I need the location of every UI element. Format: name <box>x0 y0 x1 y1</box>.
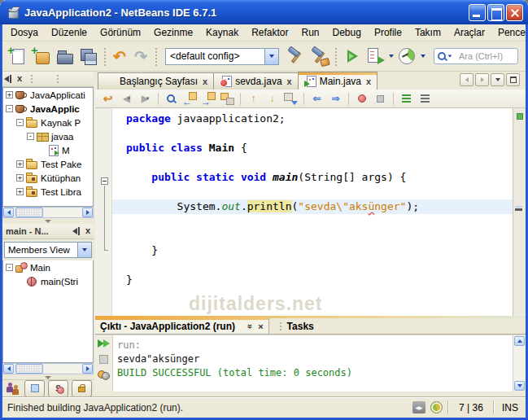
open-project-button[interactable] <box>54 46 76 68</box>
editor-tab[interactable]: Main.java x <box>298 72 377 90</box>
fold-collapse-icon[interactable] <box>101 177 108 185</box>
scroll-thumb[interactable] <box>15 364 43 374</box>
menu-item[interactable]: Debug <box>326 25 368 40</box>
run-button[interactable] <box>341 46 363 68</box>
code-line[interactable] <box>112 229 513 243</box>
stop-build-button[interactable] <box>99 355 108 364</box>
next-bookmark-button[interactable]: ↓ <box>264 91 281 106</box>
show-static-members-button[interactable]: S <box>48 380 68 397</box>
project-tree-row[interactable]: + Test Pake <box>3 157 93 171</box>
code-area[interactable]: package javaapplication2; public class M… <box>112 112 513 287</box>
scroll-right-icon[interactable] <box>82 364 93 374</box>
toggle-highlight-button[interactable] <box>219 91 236 106</box>
scroll-left-icon[interactable] <box>3 364 14 374</box>
menu-item[interactable]: Takım <box>408 25 447 40</box>
code-line[interactable]: } <box>112 243 513 258</box>
scroll-tabs-right-icon[interactable] <box>475 73 489 86</box>
error-stripe[interactable] <box>513 108 526 316</box>
project-tree-row[interactable]: - Kaynak P <box>3 116 93 129</box>
scroll-right-icon[interactable] <box>82 208 93 217</box>
undo-button[interactable]: ↶ <box>109 46 130 68</box>
previous-bookmark-button[interactable]: ↑ <box>245 91 262 106</box>
tree-expander-icon[interactable]: + <box>16 160 24 168</box>
code-line[interactable]: public class Main { <box>112 141 513 155</box>
code-line[interactable] <box>112 258 513 273</box>
start-macro-recording-button[interactable] <box>353 91 370 106</box>
find-button[interactable] <box>163 91 180 106</box>
navigator-tree[interactable]: - Main main(Stri <box>2 260 94 363</box>
redo-button[interactable]: ↷ <box>130 46 151 68</box>
code-line[interactable]: public static void main(String[] args) { <box>112 170 513 185</box>
clean-build-button[interactable] <box>308 46 330 68</box>
toggle-bookmark-button[interactable] <box>282 91 299 106</box>
navigator-hscrollbar[interactable] <box>2 363 94 374</box>
minimize-window-icon[interactable]: « <box>244 323 254 328</box>
menu-item[interactable]: Refaktor <box>245 25 295 40</box>
config-dropdown[interactable]: <default config> <box>165 48 279 65</box>
code-line[interactable] <box>112 126 513 141</box>
scroll-tabs-left-icon[interactable] <box>460 73 473 86</box>
menu-item[interactable]: Dosya <box>4 25 45 40</box>
debug-button[interactable] <box>364 46 386 68</box>
ant-settings-button[interactable] <box>98 370 110 380</box>
menu-item[interactable]: Pencere <box>491 25 528 40</box>
uncomment-button[interactable] <box>417 91 434 106</box>
stop-macro-recording-button[interactable] <box>372 91 389 106</box>
output-tab-tasks[interactable]: Tasks <box>269 318 319 334</box>
output-vscrollbar[interactable] <box>513 335 526 392</box>
profile-button[interactable] <box>396 46 418 68</box>
close-output-icon[interactable]: × <box>258 322 263 331</box>
projects-tree[interactable]: + JavaApplicati - JavaApplic - Kaynak P … <box>2 87 94 207</box>
navigator-panel-header[interactable]: main - N... x <box>2 224 94 239</box>
navigator-close-icon[interactable]: x <box>82 226 94 236</box>
code-line[interactable]: } <box>112 273 513 287</box>
tree-expander-icon[interactable]: - <box>16 119 24 126</box>
config-dropdown-arrow-icon[interactable] <box>264 49 278 64</box>
editor-tab[interactable]: Başlangıç Sayfası x <box>98 72 214 90</box>
menu-item[interactable]: Profile <box>368 25 408 40</box>
code-line[interactable] <box>112 185 513 199</box>
tree-expander-icon[interactable]: - <box>27 133 34 140</box>
minimize-button[interactable] <box>469 4 486 21</box>
project-tree-row[interactable]: + JavaApplicati <box>3 88 93 102</box>
code-line[interactable]: package javaapplication2; <box>112 112 513 126</box>
project-tree-row[interactable]: + Kütüphan <box>3 171 93 185</box>
rerun-button[interactable] <box>98 339 111 349</box>
code-line[interactable] <box>112 155 513 170</box>
tree-expander-icon[interactable]: - <box>6 264 13 271</box>
menu-item[interactable]: Araçlar <box>447 25 491 40</box>
debug-dropdown-icon[interactable] <box>387 46 395 67</box>
save-all-button[interactable] <box>77 46 99 68</box>
code-editor[interactable]: package javaapplication2; public class M… <box>95 108 513 316</box>
show-non-public-button[interactable] <box>72 380 92 397</box>
menu-item[interactable]: Düzenle <box>45 25 94 40</box>
quick-search[interactable] <box>434 48 518 64</box>
scroll-up-icon[interactable] <box>514 336 525 346</box>
tree-expander-icon[interactable]: + <box>16 174 24 182</box>
output-console[interactable]: run:sevda"aksüngerBUILD SUCCESSFUL (tota… <box>113 335 513 392</box>
find-next-occurrence-button[interactable] <box>200 91 217 106</box>
menu-item[interactable]: Run <box>295 25 326 40</box>
tree-expander-icon[interactable]: + <box>16 188 24 195</box>
maximize-editor-icon[interactable] <box>506 73 520 86</box>
back-button[interactable]: ◀▾ <box>118 91 135 106</box>
project-tree-row[interactable]: - javaa <box>3 129 93 143</box>
project-tree-row[interactable]: + Test Libra <box>3 185 93 199</box>
code-line[interactable] <box>112 214 513 229</box>
search-input[interactable] <box>459 51 516 61</box>
projects-hscrollbar[interactable] <box>2 207 94 218</box>
find-previous-occurrence-button[interactable] <box>181 91 199 106</box>
project-tree-row[interactable]: M <box>3 143 93 157</box>
navigator-view-arrow-icon[interactable] <box>77 243 91 257</box>
comment-button[interactable] <box>398 91 415 106</box>
titlebar[interactable]: JavaApplication2 - NetBeans IDE 6.7.1 <box>0 0 528 24</box>
menu-item[interactable]: Gezinme <box>147 25 199 40</box>
shift-left-button[interactable]: ⇐ <box>308 91 325 106</box>
scroll-thumb[interactable] <box>15 208 43 217</box>
tree-expander-icon[interactable]: - <box>6 105 13 112</box>
forward-button[interactable]: ▶▾ <box>137 91 154 106</box>
editor-tab[interactable]: sevda.java x <box>213 72 299 90</box>
project-tree-row[interactable]: - JavaApplic <box>3 102 93 116</box>
menu-item[interactable]: Görünüm <box>94 25 147 40</box>
close-button[interactable] <box>506 4 523 21</box>
